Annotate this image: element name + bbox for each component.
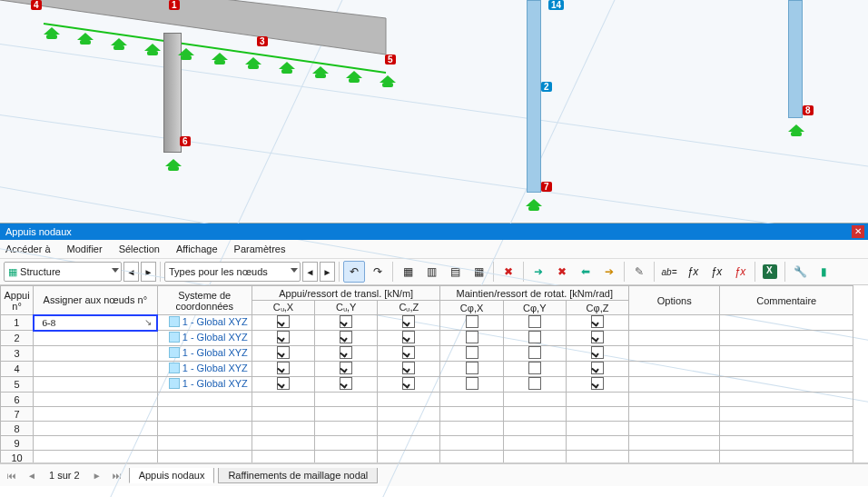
undo-button[interactable]: ↶ — [343, 261, 365, 283]
checkbox[interactable] — [591, 346, 604, 359]
checkbox[interactable] — [277, 346, 290, 359]
tab-appuis-nodaux[interactable]: Appuis nodaux — [129, 468, 215, 483]
comment-cell[interactable] — [720, 315, 853, 331]
checkbox[interactable] — [402, 362, 415, 374]
comment-cell[interactable] — [720, 362, 853, 377]
coord-cell[interactable]: 1 - Global XYZ — [157, 315, 252, 331]
sheet-next-button[interactable]: ► — [89, 467, 105, 483]
coord-cell[interactable]: 1 - Global XYZ — [157, 362, 252, 377]
col-cuz[interactable]: Cᵤ,Z — [378, 301, 440, 315]
table-row[interactable]: 1↘1 - Global XYZ — [1, 315, 853, 331]
types-combo[interactable]: Types pour les nœuds — [164, 262, 301, 282]
insert-button[interactable]: ➔ — [598, 261, 620, 283]
options-cell[interactable] — [629, 362, 720, 377]
tab-raffinements[interactable]: Raffinements de maillage nodal — [218, 468, 378, 483]
menu-display[interactable]: Affichage — [176, 244, 218, 254]
checkbox[interactable] — [277, 362, 290, 374]
checkbox[interactable] — [277, 315, 290, 328]
sheet-prev-button[interactable]: ◄ — [24, 467, 40, 483]
row-number[interactable]: 2 — [1, 331, 34, 346]
assign-cell[interactable] — [34, 422, 157, 436]
menu-params[interactable]: Paramètres — [234, 244, 286, 254]
col-cphz[interactable]: Cφ,Z — [566, 301, 628, 315]
checkbox[interactable] — [277, 377, 290, 390]
row-number[interactable]: 8 — [1, 422, 34, 436]
checkbox[interactable] — [591, 362, 604, 374]
assign-cell[interactable] — [34, 331, 157, 346]
options-cell[interactable] — [629, 346, 720, 362]
checkbox[interactable] — [591, 315, 604, 328]
types-prev-button[interactable]: ◄ — [302, 262, 318, 282]
assign-cell[interactable] — [34, 451, 157, 464]
redo-button[interactable]: ↷ — [367, 261, 389, 283]
checkbox[interactable] — [402, 377, 415, 390]
checkbox[interactable] — [528, 346, 541, 359]
checkbox[interactable] — [528, 331, 541, 343]
grid-rows-icon[interactable]: ▤ — [444, 261, 466, 283]
options-cell[interactable] — [629, 331, 720, 346]
row-number[interactable]: 10 — [1, 451, 34, 464]
checkbox[interactable] — [591, 377, 604, 390]
checkbox[interactable] — [340, 362, 352, 374]
checkbox[interactable] — [402, 331, 415, 343]
checkbox[interactable] — [340, 315, 352, 328]
col-assign[interactable]: Assigner aux nœuds n° — [34, 286, 157, 315]
coord-cell[interactable]: 1 - Global XYZ — [157, 331, 252, 346]
sheet-first-button[interactable]: ⏮ — [4, 467, 20, 483]
col-cphx[interactable]: Cφ,X — [440, 301, 503, 315]
comment-cell[interactable] — [720, 346, 853, 362]
row-number[interactable]: 4 — [1, 362, 34, 377]
options-cell[interactable] — [629, 377, 720, 393]
row-number[interactable]: 7 — [1, 407, 34, 422]
row-number[interactable]: 9 — [1, 436, 34, 451]
col-group-rotat[interactable]: Maintien/ressort de rotat. [kNm/rad] — [440, 286, 629, 301]
remove-export-button[interactable]: ✖ — [551, 261, 573, 283]
checkbox[interactable] — [466, 346, 478, 359]
assign-cell[interactable] — [34, 362, 157, 377]
col-group-transl[interactable]: Appui/ressort de transl. [kN/m] — [252, 286, 440, 301]
options-cell[interactable] — [629, 315, 720, 331]
table-row[interactable]: 51 - Global XYZ — [1, 377, 853, 393]
comment-cell[interactable] — [720, 331, 853, 346]
grid-all-icon[interactable]: ▦ — [397, 261, 419, 283]
fx-del-button[interactable]: ƒx — [729, 261, 751, 283]
more-button[interactable]: ▮ — [813, 261, 834, 283]
assign-cell[interactable] — [34, 407, 157, 422]
delete-button[interactable]: ✖ — [498, 261, 519, 283]
table-row[interactable]: 8 — [1, 422, 853, 436]
assign-nodes-edit[interactable]: ↘ — [34, 315, 157, 331]
checkbox[interactable] — [528, 315, 541, 328]
menu-modify[interactable]: Modifier — [67, 244, 103, 254]
navigation-combo[interactable]: ▦ Structure — [4, 262, 122, 282]
col-appui-no[interactable]: Appuin° — [1, 286, 34, 315]
checkbox[interactable] — [402, 315, 415, 328]
table-row[interactable]: 31 - Global XYZ — [1, 346, 853, 362]
row-number[interactable]: 5 — [1, 377, 34, 393]
assign-cell[interactable] — [34, 436, 157, 451]
comment-cell[interactable] — [720, 377, 853, 393]
data-grid[interactable]: Appuin° Assigner aux nœuds n° Systeme de… — [0, 285, 868, 463]
checkbox[interactable] — [466, 377, 478, 390]
fx-button[interactable]: ƒx — [682, 261, 704, 283]
coord-cell[interactable]: 1 - Global XYZ — [157, 377, 252, 393]
menu-selection[interactable]: Sélection — [119, 244, 160, 254]
checkbox[interactable] — [340, 331, 352, 343]
checkbox[interactable] — [277, 331, 290, 343]
table-row[interactable]: 10 — [1, 451, 853, 464]
label-button[interactable]: ab= — [658, 261, 680, 283]
col-cphy[interactable]: Cφ,Y — [503, 301, 566, 315]
col-comment[interactable]: Commentaire — [720, 286, 853, 315]
checkbox[interactable] — [402, 346, 415, 359]
assign-cell[interactable] — [34, 346, 157, 362]
checkbox[interactable] — [340, 346, 352, 359]
node-picker-button[interactable]: ↘ — [142, 317, 154, 330]
checkbox[interactable] — [591, 331, 604, 343]
assign-cell[interactable] — [34, 377, 157, 393]
table-row[interactable]: 21 - Global XYZ — [1, 331, 853, 346]
checkbox[interactable] — [466, 331, 478, 343]
types-next-button[interactable]: ► — [320, 262, 335, 282]
checkbox[interactable] — [466, 315, 478, 328]
row-number[interactable]: 3 — [1, 346, 34, 362]
settings-button[interactable]: 🔧 — [789, 261, 811, 283]
col-options[interactable]: Options — [629, 286, 720, 315]
